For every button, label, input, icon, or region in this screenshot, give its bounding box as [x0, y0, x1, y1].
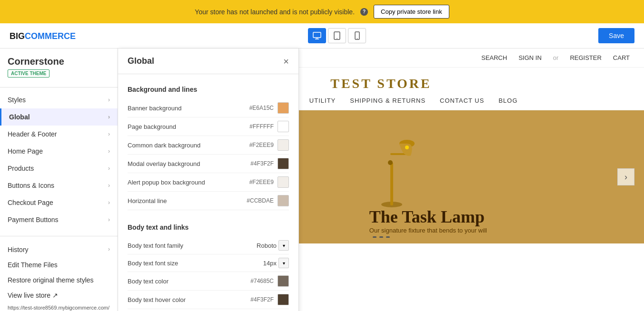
panel-close-button[interactable]: × — [283, 57, 289, 66]
lamp-illustration — [368, 115, 416, 212]
svg-point-6 — [357, 38, 357, 39]
copy-private-link-button[interactable]: Copy private store link — [374, 5, 449, 19]
device-buttons — [308, 28, 366, 43]
logo-area: BIGCOMMERCE — [10, 29, 76, 42]
sidebar-item-label: Header & Footer — [8, 130, 57, 138]
chevron-right-icon: › — [108, 216, 110, 223]
font-family-dropdown-arrow[interactable]: ▾ — [278, 240, 289, 251]
hero-next-arrow[interactable]: › — [617, 168, 634, 185]
svg-point-11 — [405, 146, 409, 149]
indicator-2 — [379, 236, 383, 238]
horizontal-line-value: #CCBDAE — [247, 197, 274, 204]
body-text-links-section-title: Body text and links — [128, 224, 289, 231]
font-size-select[interactable]: 14px ▾ — [263, 258, 289, 268]
panel-content: Background and lines Banner background #… — [118, 74, 298, 311]
banner-message: Your store has not launched and is not p… — [195, 8, 355, 16]
page-background-row: Page background #FFFFFF — [128, 117, 289, 136]
menu-item-shipping-returns[interactable]: SHIPPING & RETURNS — [350, 97, 426, 104]
view-live-store-link[interactable]: View live store ↗ — [8, 288, 110, 303]
alert-popup-swatch[interactable] — [277, 176, 289, 188]
panel-header: Global × — [118, 49, 298, 74]
common-dark-background-row: Common dark background #F2EEE9 — [128, 136, 289, 155]
font-size-value: 14px — [263, 260, 277, 267]
desktop-device-button[interactable] — [308, 28, 326, 43]
sidebar-item-checkout-page[interactable]: Checkout Page › — [0, 194, 118, 211]
modal-overlay-value: #4F3F2F — [250, 160, 274, 167]
indicator-1 — [373, 236, 376, 238]
chevron-right-icon: › — [108, 114, 110, 120]
help-icon[interactable]: ? — [360, 8, 368, 16]
body-text-hover-color-row: Body text hover color #4F3F2F — [128, 291, 289, 309]
sidebar-item-header-footer[interactable]: Header & Footer › — [0, 126, 118, 143]
horizontal-line-row: Horizontal line #CCBDAE — [128, 192, 289, 210]
history-link[interactable]: History › — [8, 242, 110, 257]
sidebar-item-home-page[interactable]: Home Page › — [0, 143, 118, 160]
page-background-value: #FFFFFF — [249, 123, 274, 130]
body-text-color-row: Body text color #74685C — [128, 272, 289, 291]
sidebar-item-styles[interactable]: Styles › — [0, 91, 118, 108]
logo: BIGCOMMERCE — [10, 29, 76, 42]
sidebar-bottom: History › Edit Theme Files Restore origi… — [0, 242, 118, 303]
font-family-select[interactable]: Roboto ▾ — [257, 240, 289, 251]
page-background-label: Page background — [128, 123, 249, 130]
sidebar-item-label: Products — [8, 165, 34, 172]
modal-overlay-background-row: Modal overlay background #4F3F2F — [128, 155, 289, 173]
mobile-device-button[interactable] — [348, 28, 366, 43]
tablet-device-button[interactable] — [328, 28, 346, 43]
cart-nav-link[interactable]: CART — [613, 54, 630, 61]
body-text-hover-color-label: Body text hover color — [128, 296, 250, 303]
page-background-swatch[interactable] — [277, 121, 289, 132]
register-nav-link[interactable]: REGISTER — [570, 54, 601, 61]
banner-background-label: Banner background — [128, 105, 249, 112]
active-theme-badge: ACTIVE THEME — [8, 69, 50, 78]
restore-theme-link[interactable]: Restore original theme styles — [8, 272, 110, 288]
sign-in-nav-link[interactable]: SIGN IN — [518, 54, 541, 61]
sidebar-item-label: Buttons & Icons — [8, 182, 54, 189]
search-nav-link[interactable]: SEARCH — [481, 54, 507, 61]
sidebar-item-label: Payment Buttons — [8, 216, 59, 224]
font-size-dropdown-arrow[interactable]: ▾ — [278, 258, 289, 268]
global-panel: Global × Background and lines Banner bac… — [118, 49, 299, 311]
svg-point-12 — [388, 160, 393, 165]
main-layout: Cornerstone ACTIVE THEME Styles › Global… — [0, 49, 644, 311]
common-dark-background-swatch[interactable] — [277, 139, 289, 151]
chevron-right-icon: › — [108, 182, 110, 189]
background-lines-section-title: Background and lines — [128, 86, 289, 93]
sidebar-item-global[interactable]: Global › — [0, 108, 118, 126]
body-text-font-size-label: Body text font size — [128, 260, 263, 267]
save-button[interactable]: Save — [598, 28, 634, 43]
top-banner: Your store has not launched and is not p… — [0, 0, 644, 23]
sidebar-item-products[interactable]: Products › — [0, 160, 118, 177]
sidebar-item-buttons-icons[interactable]: Buttons & Icons › — [0, 177, 118, 194]
header-bar: BIGCOMMERCE Save — [0, 23, 644, 49]
sidebar-item-payment-buttons[interactable]: Payment Buttons › — [0, 211, 118, 228]
horizontal-line-label: Horizontal line — [128, 197, 247, 204]
banner-background-swatch[interactable] — [277, 102, 289, 114]
sidebar-title: Cornerstone — [0, 56, 118, 69]
body-text-hover-color-swatch[interactable] — [277, 294, 289, 305]
body-text-font-family-label: Body text font family — [128, 242, 257, 249]
menu-item-contact-us[interactable]: CONTACT US — [440, 97, 484, 104]
url-bar: https://test-store8569.mybigcommerce.com… — [0, 303, 118, 311]
sidebar-item-label: Checkout Page — [8, 199, 53, 206]
edit-theme-files-link[interactable]: Edit Theme Files — [8, 257, 110, 272]
banner-background-value: #E6A15C — [249, 105, 274, 111]
menu-item-blog[interactable]: BLOG — [498, 97, 517, 104]
carousel-indicators — [373, 236, 390, 238]
or-separator: or — [553, 54, 559, 61]
chevron-right-icon: › — [108, 97, 110, 103]
horizontal-line-swatch[interactable] — [277, 195, 289, 206]
body-text-color-swatch[interactable] — [277, 275, 289, 287]
font-family-value: Roboto — [257, 242, 277, 249]
alert-popup-background-row: Alert popup box background #F2EEE9 — [128, 173, 289, 192]
chevron-right-icon: › — [108, 199, 110, 206]
hero-text-block: The Task Lamp Our signature fixture that… — [369, 207, 487, 234]
body-text-font-size-row: Body text font size 14px ▾ — [128, 254, 289, 272]
menu-item-utility[interactable]: UTILITY — [309, 97, 336, 104]
sidebar-item-label: Styles — [8, 96, 26, 104]
chevron-right-icon: › — [108, 148, 110, 155]
hero-subtitle: Our signature fixture that bends to your… — [369, 227, 487, 234]
panel-title: Global — [128, 56, 154, 66]
modal-overlay-swatch[interactable] — [277, 158, 289, 169]
common-dark-background-value: #F2EEE9 — [249, 142, 274, 148]
